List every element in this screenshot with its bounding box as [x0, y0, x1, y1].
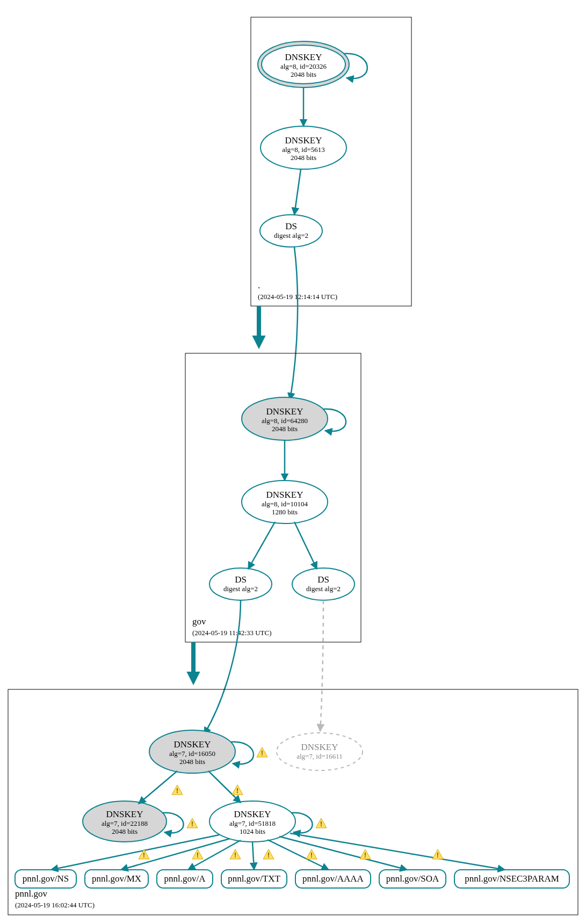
svg-text:pnnl.gov/AAAA: pnnl.gov/AAAA	[302, 874, 364, 884]
zone-pnnl: pnnl.gov (2024-05-19 16:02:44 UTC) DNSKE…	[8, 689, 578, 915]
warning-icon: !	[257, 747, 267, 757]
svg-text:!: !	[191, 820, 193, 828]
rrset-row: pnnl.gov/NS pnnl.gov/MX pnnl.gov/A pnnl.…	[15, 870, 569, 888]
edge-gov-zsk-to-ds1	[248, 522, 275, 569]
svg-text:2048 bits: 2048 bits	[291, 154, 316, 162]
svg-text:pnnl.gov/SOA: pnnl.gov/SOA	[386, 874, 439, 884]
svg-text:digest alg=2: digest alg=2	[274, 231, 308, 239]
svg-text:!: !	[320, 820, 322, 828]
zone-root-name: .	[258, 280, 260, 290]
edge-zsk-to-txt	[252, 842, 254, 870]
zone-pnnl-timestamp: (2024-05-19 16:02:44 UTC)	[15, 901, 95, 909]
edge-gov-ds1-to-pnnl-ksk	[204, 600, 241, 734]
svg-text:2048 bits: 2048 bits	[272, 425, 298, 433]
dnssec-diagram: . (2024-05-19 12:14:14 UTC) DNSKEY alg=8…	[0, 0, 586, 924]
svg-text:alg=8, id=64280: alg=8, id=64280	[262, 417, 308, 425]
zone-root: . (2024-05-19 12:14:14 UTC) DNSKEY alg=8…	[251, 17, 411, 306]
svg-text:!: !	[310, 851, 313, 859]
node-gov-ksk: DNSKEY alg=8, id=64280 2048 bits	[242, 397, 328, 440]
svg-text:DNSKEY: DNSKEY	[266, 406, 303, 417]
svg-text:!: !	[261, 749, 263, 757]
svg-text:!: !	[143, 851, 145, 859]
warning-icon: !	[316, 818, 327, 828]
zone-gov-timestamp: (2024-05-19 11:42:33 UTC)	[192, 629, 272, 637]
svg-text:!: !	[236, 787, 238, 795]
svg-text:alg=7, id=22188: alg=7, id=22188	[102, 819, 148, 827]
edge-root-ds-to-gov-ksk	[290, 247, 298, 400]
edge-zsk-to-nsec	[290, 833, 505, 870]
edge-gov-ds2-to-pnnl-ghost	[320, 600, 323, 731]
edge-pnnl-ksk-to-ksk2	[139, 771, 177, 804]
svg-text:pnnl.gov/TXT: pnnl.gov/TXT	[228, 874, 280, 884]
svg-text:alg=7, id=16050: alg=7, id=16050	[169, 750, 215, 758]
svg-text:DS: DS	[235, 574, 247, 585]
node-gov-ds1: DS digest alg=2	[209, 568, 272, 600]
node-pnnl-zsk: DNSKEY alg=7, id=51818 1024 bits	[209, 801, 295, 842]
rr-aaaa: pnnl.gov/AAAA	[295, 870, 371, 888]
svg-text:alg=8, id=20326: alg=8, id=20326	[280, 62, 327, 70]
svg-text:DS: DS	[317, 574, 329, 585]
svg-text:pnnl.gov/MX: pnnl.gov/MX	[92, 874, 141, 884]
warning-icon: !	[306, 849, 317, 859]
rr-a: pnnl.gov/A	[157, 870, 213, 888]
edge-root-zsk-to-ds	[294, 169, 301, 215]
svg-text:DNSKEY: DNSKEY	[266, 490, 303, 500]
svg-text:pnnl.gov/NSEC3PARAM: pnnl.gov/NSEC3PARAM	[465, 874, 559, 884]
svg-text:DNSKEY: DNSKEY	[174, 739, 211, 750]
svg-text:DNSKEY: DNSKEY	[285, 135, 322, 145]
zone-gov-name: gov	[192, 616, 206, 627]
svg-text:alg=7, id=16611: alg=7, id=16611	[296, 752, 343, 760]
zone-gov: gov (2024-05-19 11:42:33 UTC) DNSKEY alg…	[185, 353, 361, 642]
svg-text:!: !	[176, 787, 178, 795]
svg-text:alg=7, id=51818: alg=7, id=51818	[229, 819, 276, 827]
svg-text:digest alg=2: digest alg=2	[223, 585, 258, 593]
svg-text:DNSKEY: DNSKEY	[301, 742, 338, 752]
rr-ns: pnnl.gov/NS	[15, 870, 76, 888]
svg-text:digest alg=2: digest alg=2	[306, 585, 341, 593]
svg-text:2048 bits: 2048 bits	[179, 758, 205, 766]
node-root-ds: DS digest alg=2	[260, 215, 322, 247]
node-gov-zsk: DNSKEY alg=8, id=10104 1280 bits	[242, 481, 328, 523]
node-root-zsk: DNSKEY alg=8, id=5613 2048 bits	[261, 126, 346, 169]
svg-text:DNSKEY: DNSKEY	[285, 52, 322, 62]
svg-text:!: !	[437, 851, 439, 859]
rr-nsec3param: pnnl.gov/NSEC3PARAM	[454, 870, 569, 888]
svg-text:1024 bits: 1024 bits	[240, 827, 265, 835]
warning-icon: !	[360, 849, 371, 859]
svg-text:DNSKEY: DNSKEY	[106, 809, 143, 819]
warning-icon: !	[172, 785, 183, 795]
rr-mx: pnnl.gov/MX	[85, 870, 148, 888]
svg-text:DS: DS	[285, 221, 297, 231]
node-pnnl-ksk2: DNSKEY alg=7, id=22188 2048 bits	[83, 801, 167, 842]
svg-text:!: !	[364, 851, 366, 859]
svg-text:!: !	[197, 851, 199, 859]
warning-icon: !	[432, 849, 443, 859]
svg-text:1280 bits: 1280 bits	[272, 508, 298, 516]
svg-text:alg=8, id=10104: alg=8, id=10104	[262, 500, 308, 508]
svg-text:2048 bits: 2048 bits	[291, 70, 316, 78]
warning-icon: !	[263, 849, 274, 859]
warning-icon: !	[232, 785, 243, 795]
zone-pnnl-name: pnnl.gov	[15, 889, 47, 899]
warning-icon: !	[187, 818, 198, 828]
edge-zsk-to-soa	[279, 836, 407, 870]
node-pnnl-ghost: DNSKEY alg=7, id=16611	[277, 733, 363, 770]
rr-txt: pnnl.gov/TXT	[221, 870, 287, 888]
svg-text:DNSKEY: DNSKEY	[234, 809, 271, 819]
node-pnnl-ksk: DNSKEY alg=7, id=16050 2048 bits	[149, 730, 235, 773]
svg-text:pnnl.gov/A: pnnl.gov/A	[164, 874, 206, 884]
node-root-ksk: DNSKEY alg=8, id=20326 2048 bits	[258, 41, 349, 88]
edge-zsk-to-aaaa	[267, 840, 329, 870]
svg-text:pnnl.gov/NS: pnnl.gov/NS	[23, 874, 69, 884]
svg-text:2048 bits: 2048 bits	[112, 827, 138, 835]
edge-gov-zsk-to-ds2	[294, 522, 317, 569]
node-gov-ds2: DS digest alg=2	[292, 568, 355, 600]
warning-icon: !	[230, 849, 241, 859]
svg-text:!: !	[234, 851, 236, 859]
svg-text:alg=8, id=5613: alg=8, id=5613	[282, 145, 325, 154]
rr-soa: pnnl.gov/SOA	[379, 870, 446, 888]
svg-text:!: !	[267, 851, 270, 859]
warning-icon: !	[192, 849, 203, 859]
